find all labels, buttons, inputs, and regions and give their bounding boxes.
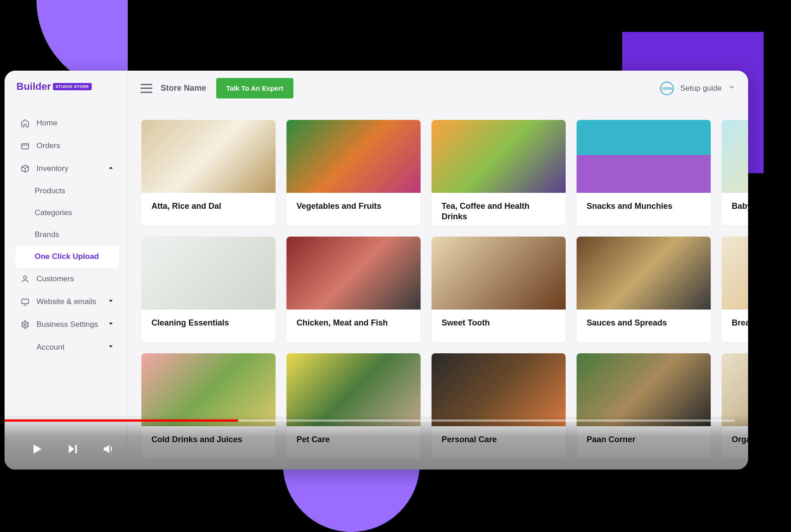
talk-to-expert-button[interactable]: Talk To An Expert <box>216 78 293 98</box>
category-grid: Atta, Rice and DalVegetables and FruitsT… <box>141 120 748 459</box>
video-progress-track[interactable] <box>5 419 734 422</box>
chevron-down-icon <box>728 83 735 93</box>
inventory-submenu: Products Categories Brands One Click Upl… <box>5 180 127 268</box>
volume-button[interactable] <box>100 441 116 457</box>
logo[interactable]: Builder STUDIO STORE <box>5 71 127 103</box>
category-title: Sweet Tooth <box>432 310 566 336</box>
category-card[interactable]: Sweet Tooth <box>432 237 566 342</box>
category-title: Vegetables and Fruits <box>286 193 421 220</box>
sidebar-item-orders[interactable]: Orders <box>5 134 127 157</box>
setup-guide-button[interactable]: 100% Setup guide <box>660 82 735 95</box>
category-card[interactable]: Atta, Rice and Dal <box>141 120 276 226</box>
svg-point-3 <box>24 324 26 326</box>
category-image <box>286 120 421 193</box>
sidebar-item-label: Customers <box>36 274 74 284</box>
category-image <box>432 120 566 193</box>
sidebar-item-website-emails[interactable]: Website & emails <box>5 290 127 313</box>
sidebar-subitem-brands[interactable]: Brands <box>35 224 127 246</box>
category-title: Tea, Coffee and Health Drinks <box>432 193 566 226</box>
chevron-down-icon <box>107 343 114 352</box>
sidebar-item-home[interactable]: Home <box>5 112 127 134</box>
blank-icon <box>20 342 30 352</box>
sidebar: Builder STUDIO STORE Home Orders In <box>5 71 128 470</box>
video-controls <box>5 441 116 470</box>
chevron-down-icon <box>107 297 114 307</box>
sidebar-item-inventory[interactable]: Inventory <box>5 157 127 180</box>
sidebar-item-label: Products <box>35 186 65 196</box>
category-image <box>432 237 566 310</box>
settings-icon <box>20 320 30 330</box>
menu-toggle-button[interactable] <box>141 84 152 93</box>
category-title: Snacks and Munchies <box>577 193 711 220</box>
category-card[interactable]: Tea, Coffee and Health Drinks <box>432 120 566 226</box>
app-window: Builder STUDIO STORE Home Orders In <box>5 71 748 470</box>
category-image <box>577 120 711 193</box>
chevron-down-icon <box>107 320 114 330</box>
category-image <box>141 237 276 310</box>
sidebar-item-label: Inventory <box>36 164 68 173</box>
sidebar-item-customers[interactable]: Customers <box>5 268 127 290</box>
sidebar-subitem-one-click-upload[interactable]: One Click Upload <box>16 246 119 268</box>
category-title: Breakfast <box>722 310 748 336</box>
category-card[interactable]: Vegetables and Fruits <box>286 120 421 226</box>
category-image <box>722 237 748 310</box>
chevron-up-icon <box>107 164 114 174</box>
category-image <box>141 120 276 193</box>
svg-point-1 <box>24 276 27 279</box>
video-progress-fill <box>5 419 238 422</box>
sidebar-subitem-categories[interactable]: Categories <box>35 202 127 224</box>
website-icon <box>20 297 30 307</box>
category-title: Sauces and Spreads <box>577 310 711 336</box>
logo-badge: STUDIO STORE <box>53 83 92 90</box>
nav: Home Orders Inventory Products <box>5 103 127 359</box>
progress-badge: 100% <box>660 82 674 95</box>
category-image <box>722 120 748 193</box>
sidebar-item-label: Orders <box>36 141 60 150</box>
orders-icon <box>20 141 30 151</box>
play-button[interactable] <box>29 441 45 457</box>
sidebar-subitem-products[interactable]: Products <box>35 180 127 202</box>
sidebar-item-label: Home <box>36 119 57 128</box>
category-card[interactable]: Cleaning Essentials <box>141 237 276 342</box>
video-player-overlay <box>5 415 748 470</box>
topbar: Store Name Talk To An Expert 100% Setup … <box>128 71 748 106</box>
category-title: Atta, Rice and Dal <box>141 193 276 220</box>
inventory-icon <box>20 164 30 174</box>
category-card[interactable]: Snacks and Munchies <box>577 120 711 226</box>
setup-guide-label: Setup guide <box>680 84 722 93</box>
store-name-label: Store Name <box>161 83 206 93</box>
category-image <box>577 237 711 310</box>
category-title: Cleaning Essentials <box>141 310 276 336</box>
sidebar-item-business-settings[interactable]: Business Settings <box>5 313 127 336</box>
svg-rect-2 <box>22 299 29 304</box>
category-image <box>286 237 421 310</box>
sidebar-item-label: Business Settings <box>36 320 98 329</box>
sidebar-item-label: One Click Upload <box>35 252 99 261</box>
category-card[interactable]: Breakfast <box>722 237 748 342</box>
sidebar-item-account[interactable]: Account <box>5 336 127 359</box>
decor-semi-circle <box>283 464 420 532</box>
svg-rect-0 <box>22 144 29 149</box>
sidebar-item-label: Categories <box>35 208 72 217</box>
category-title: Chicken, Meat and Fish <box>286 310 421 336</box>
category-title: Baby Care <box>722 193 748 220</box>
home-icon <box>20 118 30 128</box>
sidebar-item-label: Account <box>36 343 64 352</box>
logo-text: Builder <box>16 81 51 93</box>
category-card[interactable]: Sauces and Spreads <box>577 237 711 342</box>
category-card[interactable]: Baby Care <box>722 120 748 226</box>
category-card[interactable]: Chicken, Meat and Fish <box>286 237 421 342</box>
customers-icon <box>20 274 30 284</box>
sidebar-item-label: Brands <box>35 230 59 239</box>
sidebar-item-label: Website & emails <box>36 297 96 306</box>
next-button[interactable] <box>65 441 80 457</box>
